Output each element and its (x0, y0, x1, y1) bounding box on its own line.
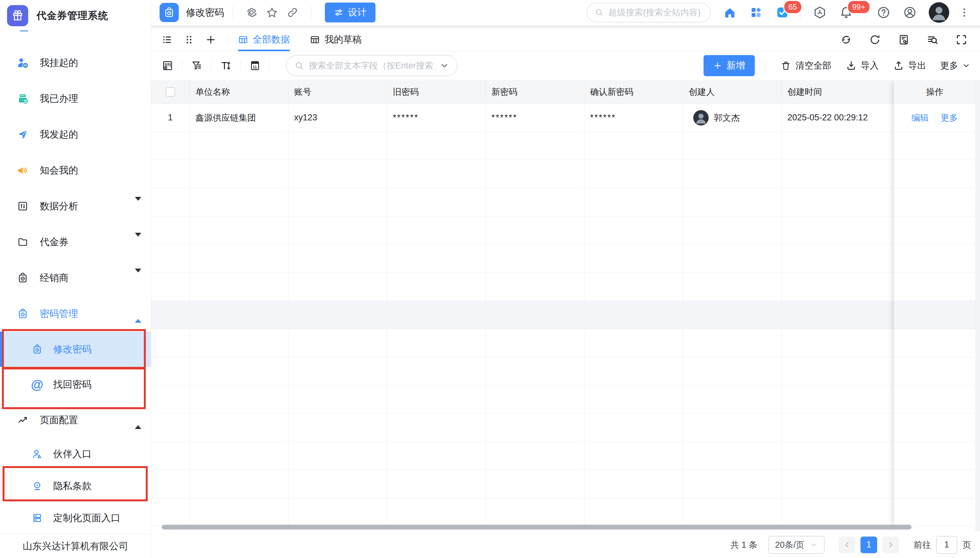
fullscreen-icon[interactable] (955, 33, 968, 46)
list-view-icon[interactable] (161, 33, 174, 46)
empty-cell (683, 245, 782, 273)
global-search-input[interactable] (608, 8, 722, 18)
sidebar-group-label: 页面配置 (40, 414, 78, 427)
home-icon[interactable] (722, 5, 737, 20)
table-row (151, 470, 894, 498)
sidebar-group-page-config[interactable]: 页面配置 (0, 402, 151, 438)
tab-my-drafts[interactable]: 我的草稿 (310, 28, 362, 51)
empty-cell (151, 273, 190, 301)
empty-cell (151, 160, 190, 188)
doc-link-icon[interactable] (897, 33, 910, 46)
sidebar-item-label: 定制化页面入口 (53, 512, 120, 525)
contact-icon[interactable] (903, 5, 917, 20)
text-size-icon[interactable] (219, 59, 233, 72)
sidebar-item-my-handled[interactable]: 我已办理 (0, 81, 151, 117)
empty-cell (486, 132, 584, 160)
user-avatar[interactable] (929, 2, 949, 23)
table-row (151, 442, 894, 470)
table-row[interactable]: 1 鑫源供应链集团 xy123 ****** ****** ****** 郭文杰… (151, 104, 894, 132)
table-grid-icon (238, 34, 248, 45)
cell-creator: 郭文杰 (683, 104, 782, 132)
divider (934, 112, 935, 123)
goto-page-input[interactable] (936, 536, 957, 554)
select-all-checkbox[interactable] (166, 87, 175, 97)
empty-cell (486, 470, 584, 498)
pinned-empty-cell (894, 132, 975, 160)
star-icon[interactable] (265, 5, 279, 20)
sliders-icon (334, 8, 344, 17)
bell-icon[interactable]: 99+ (839, 5, 853, 20)
more-button[interactable]: 更多 (940, 59, 970, 72)
add-view-icon[interactable] (204, 33, 217, 46)
column-header-old-password: 旧密码 (387, 80, 486, 104)
table-search[interactable] (286, 55, 457, 76)
import-icon (845, 60, 857, 71)
recycle-icon[interactable] (840, 33, 852, 46)
refresh-icon[interactable] (868, 33, 881, 46)
clear-all-button[interactable]: 清空全部 (780, 59, 831, 72)
empty-cell (387, 273, 486, 301)
chevron-down-icon (962, 61, 970, 70)
add-button[interactable]: 新增 (704, 55, 755, 76)
import-button[interactable]: 导入 (845, 59, 879, 72)
creator-avatar (693, 110, 709, 125)
todo-check-icon[interactable]: 65 (775, 5, 790, 20)
sidebar-group-password-management[interactable]: 密码管理 (0, 296, 151, 332)
table-search-input[interactable] (309, 61, 435, 71)
pinned-action-column: 操作 编辑 更多 (894, 80, 975, 532)
gear-icon[interactable] (245, 5, 258, 20)
app-title: 代金券管理系统 (36, 9, 108, 22)
search-list-icon[interactable] (926, 33, 939, 46)
empty-cell (683, 188, 782, 217)
divider (227, 33, 228, 46)
chevron-down-icon (809, 541, 818, 549)
layers-icon (31, 512, 44, 524)
table-header: 单位名称 账号 旧密码 新密码 确认新密码 创建人 创建时间 (151, 80, 894, 104)
sidebar-item-my-initiated[interactable]: 我发起的 (0, 117, 151, 153)
tab-all-data[interactable]: 全部数据 (238, 28, 290, 51)
global-search[interactable] (587, 3, 711, 22)
app-logo-gift-icon (7, 5, 28, 26)
sidebar-item-privacy-terms[interactable]: 隐私条款 (0, 470, 151, 502)
help-icon[interactable] (876, 5, 891, 20)
pinned-empty-cell (894, 301, 975, 329)
sidebar-item-recover-password[interactable]: @ 找回密码 (0, 367, 151, 402)
design-button[interactable]: 设计 (325, 3, 375, 22)
next-page-button[interactable] (882, 537, 899, 553)
empty-cell (683, 273, 782, 301)
user-pause-icon (15, 56, 30, 69)
sidebar-item-partner-entry[interactable]: 伙伴入口 (0, 438, 151, 470)
sidebar-group-data-analysis[interactable]: 数据分析 (0, 188, 151, 224)
display-settings-icon[interactable] (161, 59, 174, 72)
empty-cell (782, 414, 894, 442)
vertical-scrollbar-track[interactable] (975, 80, 980, 532)
card-view-icon[interactable] (248, 59, 262, 72)
export-button[interactable]: 导出 (893, 59, 926, 72)
sidebar-group-dealer[interactable]: 经销商 (0, 260, 151, 296)
grid-dots-icon[interactable] (183, 33, 196, 46)
chevron-down-icon[interactable] (439, 61, 449, 71)
edit-link[interactable]: 编辑 (911, 112, 929, 123)
cell-created-at: 2025-05-22 00:29:12 (782, 104, 894, 132)
sidebar-group-label: 数据分析 (40, 200, 78, 213)
sidebar-item-my-suspended[interactable]: 我挂起的 (0, 45, 151, 81)
table-row (151, 273, 894, 301)
page-size-select[interactable]: 20条/页 (768, 536, 825, 554)
sidebar-item-change-password[interactable]: 修改密码 (0, 332, 151, 367)
link-icon[interactable] (285, 5, 299, 20)
empty-cell (683, 160, 782, 188)
horizontal-scrollbar[interactable] (162, 525, 911, 530)
more-link[interactable]: 更多 (941, 112, 958, 123)
apps-grid-icon[interactable] (749, 5, 763, 20)
hexagon-hub-icon[interactable] (812, 5, 827, 20)
export-icon (893, 60, 904, 71)
current-page-button[interactable]: 1 (860, 537, 877, 553)
sidebar-group-label: 密码管理 (40, 307, 78, 320)
sidebar-item-notify-me[interactable]: 知会我的 (0, 153, 151, 188)
sidebar-group-voucher[interactable]: 代金券 (0, 224, 151, 260)
prev-page-button[interactable] (839, 537, 855, 553)
filter-icon[interactable] (190, 59, 204, 72)
sidebar-item-custom-page-entry[interactable]: 定制化页面入口 (0, 502, 151, 534)
divider (270, 60, 270, 71)
kebab-menu-icon[interactable] (957, 5, 972, 20)
